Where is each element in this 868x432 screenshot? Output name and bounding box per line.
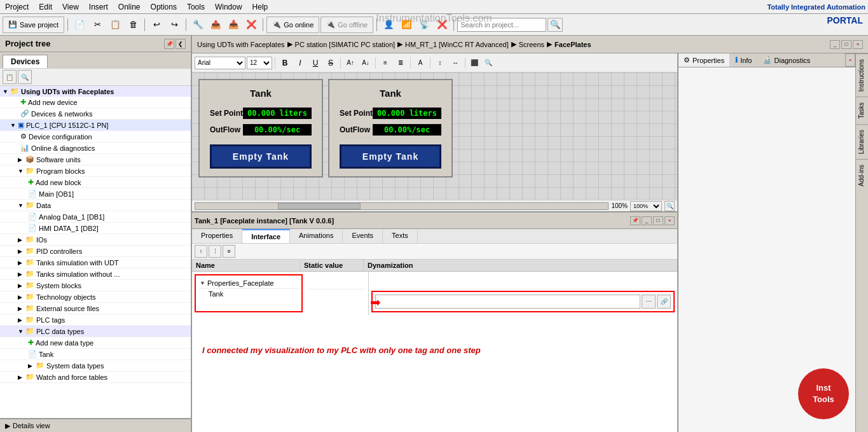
side-tab-instructions[interactable]: Instructions (856, 53, 868, 97)
menu-tools[interactable]: Tools (184, 1, 207, 13)
tree-close-button[interactable]: ❮ (176, 39, 186, 49)
win-max-button[interactable]: □ (841, 40, 851, 49)
font-select[interactable]: Arial (195, 57, 245, 69)
tree-item-software-units[interactable]: ▶ 📦 Software units (0, 154, 191, 165)
tree-item-add-device[interactable]: ✚ Add new device (0, 97, 191, 108)
win-close-button[interactable]: × (853, 40, 863, 49)
fmt-underline[interactable]: U (308, 56, 322, 70)
fmt-align-right[interactable]: ≣ (394, 56, 408, 70)
tree-item-analog-data[interactable]: 📄 Analog Data_1 [DB1] (0, 211, 191, 223)
toolbar-btn-5[interactable]: 🔧 (189, 17, 206, 33)
search-button[interactable]: 🔍 (548, 18, 563, 32)
toolbar-btn-12[interactable]: ❌ (434, 17, 450, 33)
tree-item-devices-networks[interactable]: 🔗 Devices & networks (0, 108, 191, 120)
fmt-btn-extra3[interactable]: ⬛ (468, 56, 481, 70)
tab-animations[interactable]: Animations (290, 229, 343, 243)
iface-tool-2[interactable]: ⋮ (209, 245, 221, 258)
tree-item-data[interactable]: ▼ 📁 Data (0, 200, 191, 211)
tree-item-tanks-with[interactable]: ▶ 📁 Tanks simulation with UDT (0, 257, 191, 268)
tree-item-tech-objects[interactable]: ▶ 📁 Technology objects (0, 291, 191, 303)
tree-item-add-datatype[interactable]: ✚ Add new data type (0, 337, 191, 349)
fmt-strikethrough[interactable]: S (324, 56, 338, 70)
tree-item-plc-tags[interactable]: ▶ 📁 PLC tags (0, 314, 191, 326)
tree-tool-1[interactable]: 📋 (3, 70, 17, 84)
tree-item-online-diag[interactable]: 📊 Online & diagnostics (0, 143, 191, 154)
tab-properties[interactable]: Properties (192, 229, 242, 243)
tank-child-row[interactable]: Tank (198, 289, 299, 299)
menu-online[interactable]: Online (116, 1, 143, 13)
tree-item-watch-force[interactable]: ▶ 📁 Watch and force tables (0, 372, 191, 383)
toolbar-btn-2[interactable]: ✂ (89, 17, 106, 33)
devices-tab[interactable]: Devices (3, 55, 48, 68)
tab-events[interactable]: Events (343, 229, 383, 243)
bottom-pin-btn[interactable]: 📌 (630, 216, 640, 225)
toolbar-btn-10[interactable]: 📶 (398, 17, 415, 33)
dynamic-link-button[interactable]: 🔗 (657, 295, 671, 309)
fmt-btn-extra2[interactable]: ↔ (448, 56, 462, 70)
fmt-bold[interactable]: B (278, 56, 292, 70)
menu-view[interactable]: View (60, 1, 81, 13)
fmt-btn-extra1[interactable]: ↕ (433, 56, 447, 70)
prop-faceplate-row[interactable]: ▼ Properties_Faceplate (198, 278, 299, 289)
side-tab-addins[interactable]: Add-ins (856, 159, 868, 192)
menu-edit[interactable]: Edit (36, 1, 55, 13)
tree-tool-2[interactable]: 🔍 (18, 70, 32, 84)
tree-pin-button[interactable]: 📌 (164, 39, 174, 49)
tree-item-hmi-data[interactable]: 📄 HMI DATA_1 [DB2] (0, 223, 191, 234)
tree-item-plc-datatypes[interactable]: ▼ 📁 PLC data types (0, 326, 191, 337)
menu-help[interactable]: Help (250, 1, 271, 13)
tree-item-program-blocks[interactable]: ▼ 📁 Program blocks (0, 165, 191, 177)
search-input[interactable] (457, 18, 546, 32)
tree-item-main-ob1[interactable]: 📄 Main [OB1] (0, 188, 191, 200)
tab-interface[interactable]: Interface (242, 229, 290, 243)
go-online-button[interactable]: 🔌 Go online (266, 17, 319, 33)
iface-tool-1[interactable]: ↑ (195, 245, 207, 258)
zoom-btn[interactable]: 🔍 (665, 201, 675, 211)
fmt-italic[interactable]: I (293, 56, 307, 70)
toolbar-btn-8[interactable]: ❌ (243, 17, 259, 33)
bottom-close-btn[interactable]: × (665, 216, 675, 225)
toolbar-btn-3[interactable]: 📋 (107, 17, 123, 33)
side-tab-libraries[interactable]: Libraries (856, 124, 868, 159)
tab-texts[interactable]: Texts (383, 229, 418, 243)
dynamic-value-input[interactable]: HMI DATA_1_Tank_1 (375, 295, 640, 309)
toolbar-btn-7[interactable]: 📥 (225, 17, 242, 33)
right-tab-info[interactable]: ℹ Info (730, 53, 757, 67)
bottom-max-btn[interactable]: □ (653, 216, 663, 225)
canvas-area[interactable]: Tank Set Point 00.000 liters OutFlow 00.… (192, 73, 677, 200)
tree-item-sys-datatypes[interactable]: ▶ 📁 System data types (0, 360, 191, 372)
menu-project[interactable]: Project (3, 1, 31, 13)
fontsize-select[interactable]: 12 (247, 57, 272, 69)
fmt-align-left[interactable]: ≡ (378, 56, 392, 70)
toolbar-btn-9[interactable]: 👤 (380, 17, 397, 33)
tank2-empty-button[interactable]: Empty Tank (340, 144, 441, 169)
fmt-color[interactable]: A (413, 56, 427, 70)
tree-item-pid[interactable]: ▶ 📁 PID controllers (0, 246, 191, 257)
right-tab-diagnostics[interactable]: 🔬 Diagnostics (758, 53, 816, 67)
win-min-button[interactable]: _ (830, 40, 840, 49)
menu-window[interactable]: Window (212, 1, 245, 13)
toolbar-redo[interactable]: ↪ (166, 17, 183, 33)
toolbar-btn-1[interactable]: 📄 (71, 17, 88, 33)
toolbar-btn-6[interactable]: 📤 (207, 17, 224, 33)
tree-item-ext-source[interactable]: ▶ 📁 External source files (0, 303, 191, 314)
iface-tool-3[interactable]: ≡ (223, 245, 235, 258)
toolbar-btn-4[interactable]: 🗑 (125, 17, 141, 33)
details-view-toggle[interactable]: ▶ Details view (0, 418, 191, 432)
side-tab-tasks[interactable]: Tasks (856, 97, 868, 124)
toolbar-btn-11[interactable]: 📡 (416, 17, 432, 33)
bottom-min-btn[interactable]: _ (642, 216, 652, 225)
fmt-btn-extra4[interactable]: 🔍 (482, 56, 495, 70)
tree-item-plc1[interactable]: ▼ ▣ PLC_1 [CPU 1512C-1 PN] (0, 120, 191, 131)
tree-item-tanks-without[interactable]: ▶ 📁 Tanks simulation without ... (0, 268, 191, 280)
save-project-button[interactable]: 💾 Save project (3, 17, 64, 33)
menu-insert[interactable]: Insert (86, 1, 111, 13)
tree-item-device-config[interactable]: ⚙ Device configuration (0, 131, 191, 143)
h-scrollbar[interactable] (195, 202, 609, 210)
tree-root[interactable]: ▼ 📁 Using UDTs with Faceplates (0, 86, 191, 97)
go-offline-button[interactable]: 🔌 Go offline (320, 17, 373, 33)
tank1-empty-button[interactable]: Empty Tank (210, 144, 312, 169)
fmt-superscript[interactable]: A↑ (343, 56, 357, 70)
dynamic-browse-button[interactable]: ⋯ (642, 295, 656, 309)
zoom-select[interactable]: 100% (630, 201, 662, 211)
